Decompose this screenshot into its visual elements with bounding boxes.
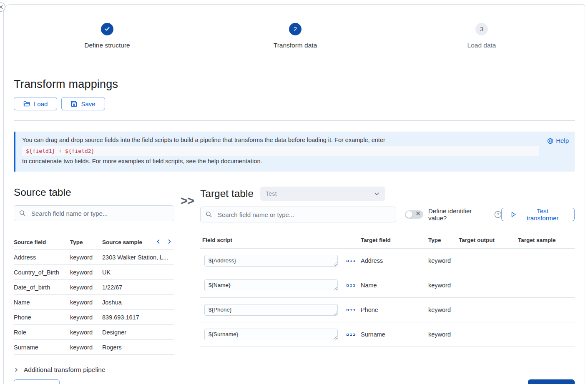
step-define-structure[interactable]: Define structure [61,23,153,49]
source-field-type: keyword [70,344,102,351]
source-search-input[interactable] [30,209,169,217]
load-button-label: Load [34,100,48,107]
info-callout: You can drag and drop source fields into… [14,132,575,172]
script-options-button[interactable] [345,332,357,337]
page-title: Transform mappings [14,78,575,91]
source-table-body: Address keyword 2303 Walker Station, L..… [14,250,174,355]
source-search-box [14,205,174,221]
help-link-label: Help [556,136,569,146]
target-table-title: Target table [200,188,254,199]
callout-code-example: ${field1} + ${field2} [22,146,539,156]
next-button[interactable]: Next [528,379,575,384]
target-mapping-row: ${Address} Address keyword [200,249,575,273]
callout-text-line1: You can drag and drop source fields into… [22,137,385,143]
column-header-source-sample: Source sample [102,239,156,245]
source-field-sample: Rogers [102,344,174,351]
question-circle-icon[interactable]: ? [495,211,501,218]
target-field-type: keyword [428,331,459,338]
options-squares-icon [347,260,349,262]
field-script-input[interactable]: ${Phone} [204,304,338,316]
source-field-row[interactable]: Country_of_Birth keyword UK [14,265,174,280]
column-header-source-field: Source field [14,239,70,245]
script-options-button[interactable] [345,258,357,264]
chevron-right-icon [14,366,18,374]
section-divider [14,120,575,121]
mappings-toolbar: Load Save [14,97,575,110]
target-field-name: Name [361,282,428,289]
column-header-target-sample: Target sample [518,237,575,243]
options-squares-icon [347,334,349,336]
source-field-name: Surname [14,344,70,351]
step-load-data[interactable]: 3 Load data [436,23,528,49]
save-button[interactable]: Save [61,97,105,110]
source-field-name: Name [14,299,70,306]
source-field-name: Role [14,329,70,336]
source-field-name: Address [14,254,70,261]
column-header-target-field: Target field [361,237,428,243]
target-search-box [200,207,396,222]
source-field-row[interactable]: Address keyword 2303 Walker Station, L..… [14,250,174,265]
field-script-input[interactable]: ${Address} [204,255,338,267]
source-column: Source table Source field Type Source sa… [14,187,174,374]
target-field-type: keyword [428,257,459,264]
step-active-circle: 2 [289,23,302,35]
step-transform-data[interactable]: 2 Transform data [249,23,341,49]
mapping-workspace: Source table Source field Type Source sa… [14,187,575,374]
step-incomplete-circle: 3 [475,23,488,35]
wizard-footer: Back Cancel Next [14,379,575,384]
source-field-type: keyword [70,329,102,336]
column-header-field-script: Field script [200,237,361,243]
source-field-row[interactable]: Surname keyword Rogers [14,340,174,355]
source-field-row[interactable]: Role keyword Designer [14,325,174,340]
previous-sample-button[interactable] [156,239,161,245]
target-column: Target table Test [200,187,575,374]
callout-text-line2: to concatenate two fields. For more exam… [22,158,262,165]
target-table-select[interactable]: Test [260,187,385,201]
close-icon [0,4,3,10]
search-icon [206,211,212,218]
save-icon [71,101,77,107]
source-field-row[interactable]: Date_of_birth keyword 1/22/67 [14,280,174,295]
source-table-title: Source table [14,187,174,198]
source-field-type: keyword [70,284,102,291]
source-field-sample: 839.693.1617 [102,314,174,321]
target-mapping-row: ${Phone} Phone keyword [200,298,575,322]
target-field-type: keyword [428,307,459,313]
save-button-label: Save [81,100,95,107]
target-field-name: Address [361,257,428,264]
source-field-sample: 2303 Walker Station, L... [102,254,174,261]
chevron-down-icon [374,191,380,197]
script-options-button[interactable] [345,307,357,313]
source-field-sample: Joshua [102,299,174,306]
field-script-input[interactable]: ${Surname} [204,329,338,340]
source-field-type: keyword [70,314,102,321]
load-button[interactable]: Load [14,97,57,110]
next-sample-button[interactable] [167,239,172,245]
target-search-input[interactable] [217,211,391,219]
source-field-name: Country_of_Birth [14,269,70,276]
source-field-name: Phone [14,314,70,321]
additional-pipeline-accordion[interactable]: Additional transform pipeline [14,366,174,374]
column-header-target-output: Target output [459,237,518,243]
target-controls-row: Define identifier value? ? Test transfor… [200,207,575,222]
source-field-sample: 1/22/67 [102,284,174,291]
source-field-row[interactable]: Phone keyword 839.693.1617 [14,310,174,325]
step-complete-circle [101,23,113,35]
sample-pager [156,239,174,245]
step-indicator: Define structure 2 Transform data 3 Load… [14,23,575,55]
source-field-type: keyword [70,254,102,261]
source-field-sample: UK [102,269,174,276]
help-link[interactable]: Help [547,136,569,146]
step-label: Load data [436,42,528,49]
define-identifier-toggle[interactable] [405,210,423,219]
field-script-input[interactable]: ${Name} [204,279,338,291]
additional-pipeline-label: Additional transform pipeline [24,366,106,374]
source-field-row[interactable]: Name keyword Joshua [14,295,174,310]
test-transformer-label: Test transformer [520,207,565,222]
step-label: Define structure [61,42,153,49]
test-transformer-button[interactable]: Test transformer [501,208,575,221]
transform-flyout-panel: Define structure 2 Transform data 3 Load… [3,4,585,384]
search-icon [19,210,26,217]
script-options-button[interactable] [345,283,357,288]
back-button[interactable]: Back [14,379,60,384]
